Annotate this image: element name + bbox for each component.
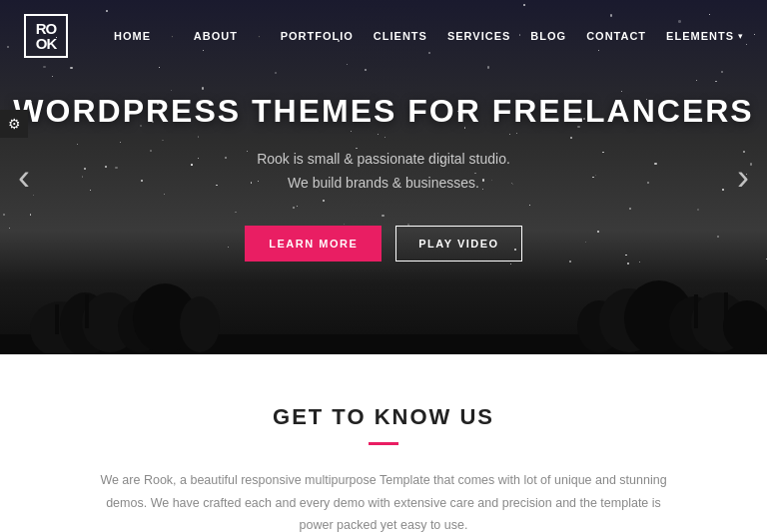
nav-portfolio[interactable]: PORTFOLIO: [281, 30, 354, 42]
nav-elements[interactable]: ELEMENTS ▾: [666, 30, 743, 42]
hero-title: WORDPRESS THEMES FOR FREELANCERS: [13, 93, 753, 130]
hero-subtitle: Rook is small & passionate digital studi…: [13, 148, 753, 196]
play-video-button[interactable]: PLAY VIDEO: [395, 226, 521, 262]
section-title: GET TO KNOW US: [80, 404, 687, 430]
settings-icon[interactable]: ⚙: [0, 110, 28, 138]
nav-contact[interactable]: CONTACT: [586, 30, 646, 42]
learn-more-button[interactable]: LEARN MORE: [245, 226, 382, 262]
hero-content: WORDPRESS THEMES FOR FREELANCERS Rook is…: [13, 93, 753, 262]
hero-section: RO OK HOME · ABOUT · PORTFOLIO CLIENTS S…: [0, 0, 767, 354]
svg-rect-17: [694, 294, 698, 328]
svg-point-6: [180, 296, 220, 352]
nav-clients[interactable]: CLIENTS: [374, 30, 427, 42]
svg-rect-13: [55, 304, 59, 334]
hero-next-button[interactable]: ›: [727, 149, 759, 206]
site-header: RO OK HOME · ABOUT · PORTFOLIO CLIENTS S…: [0, 0, 767, 72]
hero-prev-button[interactable]: ‹: [8, 149, 40, 206]
nav-elements-link[interactable]: ELEMENTS: [666, 30, 734, 42]
svg-rect-18: [724, 292, 728, 326]
site-logo[interactable]: RO OK: [24, 14, 68, 58]
nav-about[interactable]: ABOUT: [194, 30, 238, 42]
nav-blog[interactable]: BLOG: [530, 30, 566, 42]
section-body: We are Rook, a beautiful responsive mult…: [94, 469, 673, 532]
section-divider: [369, 442, 398, 445]
tree-silhouette: [0, 274, 767, 354]
nav-home[interactable]: HOME: [114, 30, 151, 42]
svg-rect-14: [85, 294, 89, 328]
hero-buttons: LEARN MORE PLAY VIDEO: [13, 226, 753, 262]
below-section: GET TO KNOW US We are Rook, a beautiful …: [0, 354, 767, 532]
elements-dropdown-arrow: ▾: [738, 31, 743, 41]
main-nav: HOME · ABOUT · PORTFOLIO CLIENTS SERVICE…: [114, 30, 743, 42]
svg-rect-15: [165, 284, 170, 324]
nav-services[interactable]: SERVICES: [447, 30, 510, 42]
svg-rect-16: [659, 282, 664, 324]
